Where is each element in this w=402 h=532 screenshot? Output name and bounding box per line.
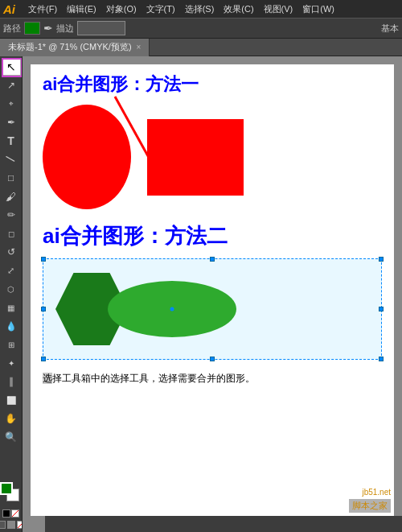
- line-tool-button[interactable]: \: [2, 151, 21, 168]
- direct-selection-icon: ↗: [7, 80, 15, 91]
- statusbar: [45, 516, 402, 532]
- scale-icon: ⤢: [7, 266, 14, 276]
- tab-bar: 未标题-1* @ 71% (CMYK/预览) ×: [0, 39, 402, 56]
- document-tab[interactable]: 未标题-1* @ 71% (CMYK/预览) ×: [0, 39, 150, 56]
- lasso-tool-button[interactable]: ⌖: [2, 95, 21, 113]
- green-shapes-row: [51, 269, 373, 349]
- app-logo: Ai: [3, 2, 15, 16]
- mode-icons: [0, 521, 23, 529]
- menu-bar: Ai 文件(F) 编辑(E) 对象(O) 文字(T) 选择(S) 效果(C) 视…: [0, 0, 402, 18]
- bottom-highlight: 选: [43, 373, 52, 384]
- eraser-icon: ◻: [8, 229, 14, 238]
- watermark: 脚本之家: [349, 499, 391, 513]
- menu-object[interactable]: 对象(O): [101, 2, 142, 17]
- none-swatch[interactable]: [11, 509, 19, 518]
- color-mode-icon[interactable]: [0, 521, 6, 529]
- shape-icon: □: [8, 172, 14, 184]
- sel-handle-tl: [41, 257, 46, 262]
- menu-window[interactable]: 窗口(W): [297, 2, 339, 17]
- center-dot: [170, 307, 174, 311]
- stroke-label: 描边: [56, 23, 74, 35]
- direct-selection-tool-button[interactable]: ↗: [2, 76, 21, 94]
- section1-title: ai合并图形：方法一: [43, 72, 382, 97]
- black-swatch[interactable]: [2, 509, 10, 518]
- menu-text[interactable]: 文字(T): [142, 2, 180, 17]
- zoom-tool-button[interactable]: 🔍: [2, 428, 21, 446]
- type-tool-button[interactable]: T: [2, 132, 21, 150]
- gradient-mode-icon[interactable]: [7, 521, 15, 529]
- paintbrush-icon: 🖌: [6, 191, 16, 203]
- pen-icon: ✒: [7, 117, 15, 128]
- bottom-text: 选择工具箱中的选择工具，选择需要合并的图形。: [43, 371, 382, 386]
- selection-dashed-area: [43, 258, 382, 360]
- fg-bg-swatches[interactable]: [0, 482, 23, 505]
- color-swatches: [0, 479, 23, 532]
- canvas-area: ai合并图形：方法一 ai合并图形：方法二: [23, 56, 402, 532]
- rotate-icon: ↺: [7, 246, 15, 258]
- red-rectangle: [147, 119, 244, 196]
- lasso-icon: ⌖: [9, 99, 14, 109]
- artboard-tool-button[interactable]: ⬜: [2, 391, 21, 409]
- eyedropper-tool-button[interactable]: 💧: [2, 317, 21, 335]
- canvas-page: ai合并图形：方法一 ai合并图形：方法二: [31, 64, 394, 516]
- stroke-color-box[interactable]: [24, 22, 40, 35]
- type-icon: T: [7, 134, 14, 147]
- sel-handle-tm: [210, 257, 215, 262]
- menu-select[interactable]: 选择(S): [180, 2, 219, 17]
- canvas-content: ai合并图形：方法一 ai合并图形：方法二: [31, 64, 394, 516]
- none-mode-icon[interactable]: [17, 521, 23, 529]
- mesh-tool-button[interactable]: ⊞: [2, 336, 21, 353]
- pencil-icon: ✏: [7, 209, 15, 221]
- hand-icon: ✋: [5, 413, 17, 424]
- gradient-icon: ▦: [7, 303, 14, 312]
- red-ellipse: [43, 105, 131, 209]
- tab-close-button[interactable]: ×: [137, 43, 142, 52]
- eyedropper-icon: 💧: [6, 321, 17, 332]
- hand-tool-button[interactable]: ✋: [2, 410, 21, 427]
- toolbar: 路径 ✒ 描边 基本: [0, 18, 402, 39]
- menu-file[interactable]: 文件(F): [23, 2, 62, 17]
- menu-effects[interactable]: 效果(C): [219, 2, 258, 17]
- blend-tool-button[interactable]: ⬡: [2, 280, 21, 298]
- sel-handle-tr: [379, 257, 384, 262]
- shapes-row-1: [43, 105, 382, 209]
- eraser-tool-button[interactable]: ◻: [2, 225, 21, 242]
- pen-tool-button[interactable]: ✒: [2, 113, 21, 131]
- shape-tool-button[interactable]: □: [2, 169, 21, 187]
- tab-name: 未标题-1* @ 71% (CMYK/预览): [8, 41, 132, 53]
- sel-handle-br: [379, 357, 384, 361]
- scale-tool-button[interactable]: ⤢: [2, 262, 21, 279]
- basic-label: 基本: [381, 23, 399, 35]
- rotate-tool-button[interactable]: ↺: [2, 243, 21, 261]
- fg-swatch: [0, 482, 13, 495]
- blend-icon: ⬡: [7, 285, 14, 294]
- toolbox: ↖ ↗ ⌖ ✒ T \ □ 🖌 ✏ ◻ ↺: [0, 56, 23, 532]
- sel-handle-bl: [41, 357, 46, 361]
- stroke-input[interactable]: [77, 21, 125, 35]
- menu-edit[interactable]: 编辑(E): [62, 2, 101, 17]
- bar-icon: ∥: [9, 376, 14, 387]
- sel-handle-bm: [210, 357, 215, 361]
- section2: ai合并图形：方法二: [43, 222, 382, 386]
- bottom-text-content: 择工具箱中的选择工具，选择需要合并的图形。: [52, 373, 255, 384]
- artboard-icon: ⬜: [6, 396, 16, 405]
- bar-tool-button[interactable]: ∥: [2, 373, 21, 390]
- symbol-icon: ✦: [8, 359, 14, 368]
- line-icon: \: [5, 153, 18, 166]
- pencil-icon: ✒: [43, 22, 53, 35]
- section2-title: ai合并图形：方法二: [43, 222, 382, 250]
- mesh-icon: ⊞: [8, 340, 14, 349]
- selection-tool-button[interactable]: ↖: [2, 58, 21, 76]
- zoom-icon: 🔍: [5, 431, 17, 443]
- site-watermark: jb51.net: [362, 488, 391, 497]
- sel-handle-mr: [379, 307, 384, 311]
- menu-view[interactable]: 视图(V): [259, 2, 298, 17]
- sel-handle-ml: [41, 307, 46, 311]
- gradient-tool-button[interactable]: ▦: [2, 299, 21, 316]
- pencil-tool-button[interactable]: ✏: [2, 206, 21, 224]
- paintbrush-tool-button[interactable]: 🖌: [2, 188, 21, 205]
- symbol-tool-button[interactable]: ✦: [2, 354, 21, 372]
- path-label: 路径: [3, 23, 21, 35]
- green-ellipse: [108, 281, 236, 337]
- none-swatches: [2, 509, 19, 518]
